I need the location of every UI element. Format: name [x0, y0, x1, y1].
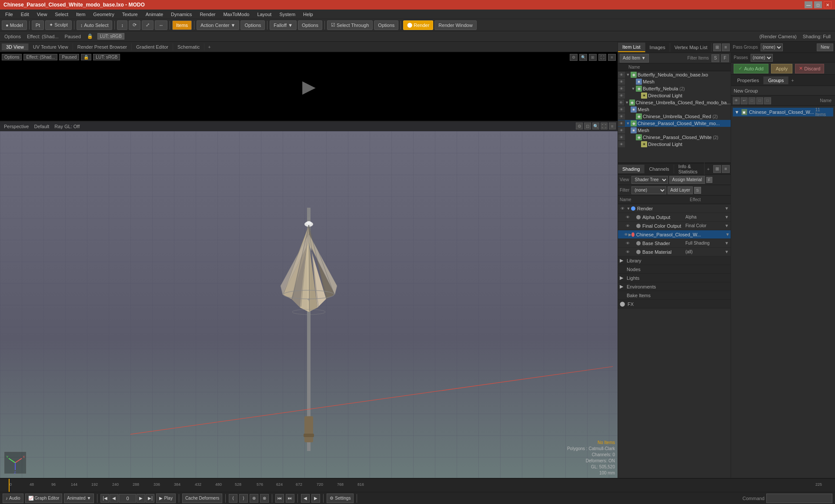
transport-icon1[interactable]: ⟨: [229, 494, 237, 503]
sh-section-fx[interactable]: ⬤ FX: [618, 300, 731, 308]
new-pass-group-btn[interactable]: New: [817, 43, 833, 51]
menu-view[interactable]: View: [33, 11, 51, 18]
settings-btn[interactable]: ⚙ Settings: [327, 494, 354, 503]
render-play-btn[interactable]: ▶: [302, 76, 316, 96]
menu-item[interactable]: Item: [73, 11, 89, 18]
tree-item-parasol-white[interactable]: 👁 ▼ ◆ Chinese_Parasol_Closed_White_mo...: [618, 120, 731, 127]
tab-gradient-editor[interactable]: Gradient Editor: [132, 43, 173, 50]
mode-model-btn[interactable]: ● Model: [2, 20, 27, 30]
item-list-settings-btn[interactable]: ≡: [722, 43, 730, 51]
assign-material-btn[interactable]: Assign Material: [669, 176, 705, 184]
shader-s-btn[interactable]: S: [694, 187, 701, 194]
vis-icon-parasol-white-grp[interactable]: 👁: [618, 134, 625, 140]
sh-item-parasol-mat[interactable]: 👁 ▶ Chinese_Parasol_Closed_W... ▼: [618, 230, 731, 239]
playback-icon4[interactable]: ▶: [311, 494, 320, 503]
menu-layout[interactable]: Layout: [254, 11, 275, 18]
shader-plus-btn[interactable]: +: [705, 165, 712, 173]
menu-system[interactable]: System: [276, 11, 299, 18]
transport-icon2[interactable]: ⟩: [239, 494, 248, 503]
tree-item-butterfly-nebula[interactable]: 👁 ▼ ◆ Butterfly_Nebula (2): [618, 85, 731, 92]
tab-info-stats[interactable]: Info & Statistics: [674, 162, 705, 176]
tab-properties[interactable]: Properties: [733, 76, 764, 84]
tb2-options[interactable]: Options: [3, 33, 23, 40]
tb2-paused[interactable]: Paused: [63, 33, 82, 40]
tab-images[interactable]: Images: [645, 43, 670, 52]
mode-sculpt-btn[interactable]: ✦ Sculpt: [45, 20, 72, 30]
menu-render[interactable]: Render: [196, 11, 219, 18]
props-plus-btn[interactable]: +: [788, 76, 796, 84]
sh-vis-alpha[interactable]: 👁: [624, 214, 631, 221]
render-window-btn[interactable]: Render Window: [434, 20, 476, 30]
cache-deformers-btn[interactable]: Cache Deformers: [182, 494, 222, 503]
select-through-btn[interactable]: ☑ Select Through: [327, 20, 373, 30]
vp-default[interactable]: Default: [33, 123, 50, 129]
gt-box2-btn[interactable]: □: [756, 97, 763, 104]
transport-prev-btn[interactable]: ◀: [110, 494, 118, 503]
group-tree-item-parasol[interactable]: ▼ ▣ Chinese_Parasol_Closed_W... 11 Items: [733, 108, 833, 116]
graph-editor-btn[interactable]: 📈 Graph Editor: [25, 494, 63, 503]
add-item-btn[interactable]: Add Item ▼: [620, 54, 649, 63]
tree-item-umbrella-red-grp[interactable]: 👁 ◆ Chinese_Umbrella_Closed_Red (2): [618, 113, 731, 120]
vis-icon-parasol-white[interactable]: 👁: [618, 120, 625, 126]
filter-f-btn[interactable]: F: [721, 54, 729, 62]
vis-icon-butterfly-mesh[interactable]: 👁: [618, 79, 625, 85]
menu-maxtomodo[interactable]: MaxToModo: [220, 11, 253, 18]
vp-icon-settings[interactable]: ⚙: [576, 123, 583, 129]
minimize-button[interactable]: —: [805, 1, 812, 8]
transport-start-btn[interactable]: |◀: [100, 494, 109, 503]
vp-icon-expand[interactable]: ⛶: [601, 123, 608, 129]
transform-scale-btn[interactable]: ⤢: [142, 20, 154, 30]
sh-item-render[interactable]: 👁 ▼ Render ▼: [618, 204, 731, 213]
gt-box3-btn[interactable]: □: [764, 97, 771, 104]
menu-file[interactable]: File: [2, 11, 17, 18]
sh-section-environments[interactable]: ▶ Environments: [618, 282, 731, 291]
window-controls[interactable]: — □ ✕: [805, 1, 832, 8]
vp-icon-menu[interactable]: ≡: [609, 123, 616, 129]
transform-rotate-btn[interactable]: ⟳: [129, 20, 140, 30]
sh-section-library[interactable]: ▶ Library: [618, 256, 731, 265]
shader-f-btn[interactable]: F: [706, 177, 712, 183]
menu-texture[interactable]: Texture: [119, 11, 141, 18]
pass-groups-select[interactable]: (none): [761, 43, 783, 51]
transport-icon3[interactable]: ⊕: [250, 494, 258, 503]
vp-perspective[interactable]: Perspective: [3, 123, 30, 129]
sh-vis-render[interactable]: 👁: [619, 205, 626, 212]
menu-help[interactable]: Help: [300, 11, 317, 18]
playback-icon2[interactable]: ⏭: [286, 494, 294, 503]
playback-icon3[interactable]: ◀: [301, 494, 310, 503]
discard-btn[interactable]: ✕ Discard: [795, 64, 824, 73]
tab-schematic[interactable]: Schematic: [173, 43, 204, 50]
passes-select[interactable]: (none): [751, 54, 773, 62]
tree-item-parasol-white-grp[interactable]: 👁 ◆ Chinese_Parasol_Closed_White (2): [618, 134, 731, 141]
maximize-button[interactable]: □: [814, 1, 822, 8]
tab-vertex-map[interactable]: Vertex Map List: [670, 43, 712, 52]
sh-vis-parasol-mat[interactable]: 👁: [624, 231, 628, 238]
tree-item-butterfly-mesh[interactable]: 👁 ■ Mesh: [618, 78, 731, 85]
options3-btn[interactable]: Options: [374, 20, 398, 30]
gt-back-btn[interactable]: ↩: [741, 97, 748, 104]
tree-item-umbrella-red-mesh[interactable]: 👁 ■ Mesh: [618, 106, 731, 113]
vis-icon-dir-light2[interactable]: 👁: [618, 141, 625, 147]
apply-btn[interactable]: Apply: [771, 64, 793, 73]
sh-item-base-shader[interactable]: 👁 Base Shader Full Shading ▼: [618, 239, 731, 248]
timeline-area[interactable]: 0 48 96 144 192 240 288 336 384 432 480 …: [0, 478, 835, 492]
audio-btn[interactable]: ♪ Audio: [3, 494, 23, 503]
tb2-effect[interactable]: Effect: (Shad...: [25, 33, 60, 40]
vis-icon-umbrella-red-grp[interactable]: 👁: [618, 113, 625, 119]
add-layer-btn[interactable]: Add Layer: [668, 186, 693, 194]
vis-icon-dir-light1[interactable]: 👁: [618, 93, 625, 99]
command-input[interactable]: [766, 494, 832, 503]
items-btn[interactable]: Items: [172, 20, 192, 30]
gt-eye-btn[interactable]: 👁: [733, 97, 740, 104]
sh-vis-base-shader[interactable]: 👁: [624, 240, 631, 247]
sh-section-lights[interactable]: ▶ Lights: [618, 274, 731, 282]
rp-icon3[interactable]: ⊞: [589, 54, 597, 61]
render-btn[interactable]: ⬤ Render: [403, 20, 433, 30]
tab-groups[interactable]: Groups: [764, 76, 788, 84]
options1-btn[interactable]: Options: [240, 20, 265, 30]
tab-shading[interactable]: Shading: [618, 165, 645, 173]
item-list-expand-btn[interactable]: ⊞: [713, 43, 721, 51]
vp-icon-frame[interactable]: ⊡: [584, 123, 591, 129]
menu-dynamics[interactable]: Dynamics: [167, 11, 195, 18]
tab-uv-texture[interactable]: UV Texture View: [29, 43, 73, 50]
